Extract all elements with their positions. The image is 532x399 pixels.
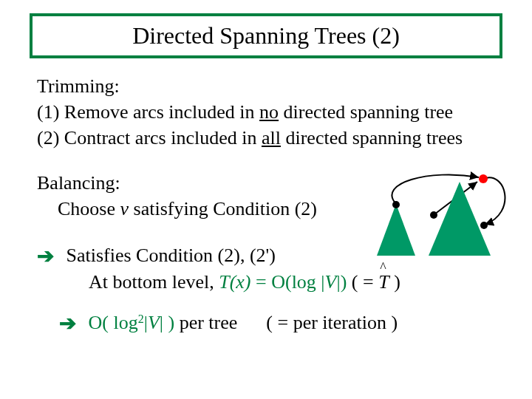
emphasis-all: all [262, 127, 281, 149]
arrow-icon: ➔ [59, 310, 76, 338]
complexity-expr: O( log2|V| ) [89, 312, 180, 333]
text-fragment: | ) [160, 312, 174, 333]
text-fragment: (1) Remove arcs included in [37, 101, 259, 123]
variable-v: v [120, 198, 129, 219]
arrow-icon: ➔ [37, 242, 54, 270]
text-fragment: At bottom level, [89, 271, 219, 293]
trimming-line-2: (2) Contract arcs included in all direct… [37, 125, 495, 151]
text-fragment: satisfying Condition (2) [129, 198, 317, 219]
variable-v: V [148, 312, 160, 333]
t-hat: T [378, 269, 389, 295]
text-fragment: directed spanning tree [279, 101, 453, 123]
tree-large-icon [429, 182, 491, 256]
text-fragment: ) [389, 271, 400, 293]
slide-title: Directed Spanning Trees (2) [30, 13, 502, 58]
exponent: 2 [138, 313, 144, 325]
per-iteration-text: ( = per iteration ) [266, 312, 398, 333]
trimming-line-1: (1) Remove arcs included in no directed … [37, 99, 495, 125]
function-tx: T(x) [219, 271, 250, 293]
text-fragment: directed spanning trees [281, 127, 463, 149]
satisfies-text: Satisfies Condition (2), (2') [66, 245, 276, 266]
node-icon [392, 201, 400, 208]
node-icon [430, 211, 437, 219]
text-fragment: (2) Contract arcs included in [37, 127, 262, 149]
per-tree-text: per tree [180, 312, 238, 333]
variable-v: V [325, 271, 337, 293]
tree-diagram [369, 176, 510, 265]
text-fragment: = O(log | [251, 271, 325, 293]
node-icon [480, 222, 488, 229]
root-node-icon [479, 174, 488, 183]
text-fragment: |) [336, 271, 347, 293]
complexity-line: ➔ O( log2|V| ) per tree ( = per iteratio… [59, 308, 495, 336]
text-fragment: ( = [347, 271, 378, 293]
trimming-heading: Trimming: [37, 73, 495, 99]
bottom-level-line: At bottom level, T(x) = O(log |V|) ( = T… [89, 269, 495, 295]
emphasis-no: no [259, 101, 279, 123]
title-text: Directed Spanning Trees (2) [132, 22, 400, 49]
text-fragment: O( log [89, 312, 138, 333]
text-fragment: Choose [58, 198, 120, 219]
tree-small-icon [377, 204, 415, 256]
